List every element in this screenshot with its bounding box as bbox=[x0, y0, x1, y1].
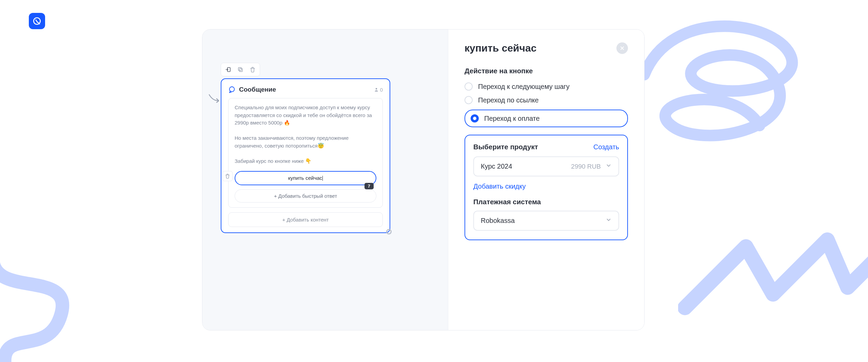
chevron-down-icon bbox=[606, 217, 612, 225]
buy-button-label: купить сейчас bbox=[288, 175, 322, 181]
trash-icon[interactable] bbox=[248, 64, 258, 75]
radio-icon bbox=[465, 96, 473, 104]
copy-icon[interactable] bbox=[235, 64, 245, 75]
svg-rect-2 bbox=[239, 69, 242, 72]
product-settings-block: Выберите продукт Создать Курс 2024 2990 … bbox=[465, 135, 628, 240]
payment-system-value: Robokassa bbox=[481, 217, 515, 225]
message-body: Специально для моих подписчиков доступ к… bbox=[228, 98, 383, 208]
add-discount-link[interactable]: Добавить скидку bbox=[473, 183, 619, 190]
bg-scribble-bottom-left bbox=[0, 233, 149, 362]
connector-arrow-icon bbox=[209, 94, 221, 104]
add-content-button[interactable]: + Добавить контент bbox=[228, 212, 383, 227]
chevron-down-icon bbox=[606, 163, 612, 170]
chat-bubble-icon bbox=[228, 86, 236, 93]
payment-system-title: Платежная система bbox=[473, 198, 619, 206]
action-section-title: Действие на кнопке bbox=[465, 67, 628, 75]
radio-link[interactable]: Переход по ссылке bbox=[465, 96, 628, 104]
message-text[interactable]: Специально для моих подписчиков доступ к… bbox=[235, 104, 376, 165]
button-delete-icon[interactable] bbox=[222, 171, 233, 181]
bg-scribble-bottom-right bbox=[678, 220, 868, 362]
radio-label: Переход к следующему шагу bbox=[478, 83, 570, 91]
bg-scribble-top-right bbox=[631, 0, 821, 170]
card-toolbar bbox=[221, 63, 260, 76]
card-output-port-icon[interactable] bbox=[386, 229, 392, 234]
product-select[interactable]: Курс 2024 2990 RUB bbox=[473, 156, 619, 176]
create-product-link[interactable]: Создать bbox=[593, 143, 619, 151]
buy-button[interactable]: купить сейчас 7 bbox=[235, 171, 376, 185]
svg-point-5 bbox=[375, 88, 377, 90]
message-card-title: Сообщение bbox=[239, 86, 276, 93]
editor-window: Сообщение 0 Специально для моих подписчи… bbox=[202, 29, 645, 330]
button-settings-panel: купить сейчас Действие на кнопке Переход… bbox=[448, 30, 644, 330]
svg-rect-3 bbox=[238, 68, 241, 71]
svg-point-4 bbox=[230, 87, 235, 92]
app-logo bbox=[29, 13, 45, 29]
message-user-count: 0 bbox=[374, 87, 383, 93]
product-select-price: 2990 RUB bbox=[571, 163, 601, 170]
add-quick-reply-button[interactable]: + Добавить быстрый ответ bbox=[235, 189, 376, 203]
enter-icon[interactable] bbox=[223, 64, 233, 75]
radio-icon bbox=[465, 82, 473, 91]
payment-system-select[interactable]: Robokassa bbox=[473, 211, 619, 231]
radio-label: Переход по ссылке bbox=[478, 96, 539, 104]
radio-payment[interactable]: Переход к оплате bbox=[465, 110, 628, 127]
radio-next-step[interactable]: Переход к следующему шагу bbox=[465, 82, 628, 91]
close-icon[interactable] bbox=[616, 42, 628, 54]
panel-title: купить сейчас bbox=[465, 42, 536, 54]
message-card[interactable]: Сообщение 0 Специально для моих подписчи… bbox=[221, 78, 390, 233]
product-section-title: Выберите продукт bbox=[473, 143, 538, 151]
action-radio-group: Переход к следующему шагу Переход по ссы… bbox=[465, 82, 628, 127]
radio-icon bbox=[471, 114, 479, 122]
product-select-value: Курс 2024 bbox=[481, 163, 512, 170]
quick-reply-counter-badge: 7 bbox=[364, 183, 374, 189]
canvas-pane[interactable]: Сообщение 0 Специально для моих подписчи… bbox=[202, 30, 448, 330]
message-card-header: Сообщение 0 bbox=[228, 86, 383, 93]
radio-label: Переход к оплате bbox=[484, 115, 540, 122]
message-user-count-value: 0 bbox=[380, 87, 383, 93]
